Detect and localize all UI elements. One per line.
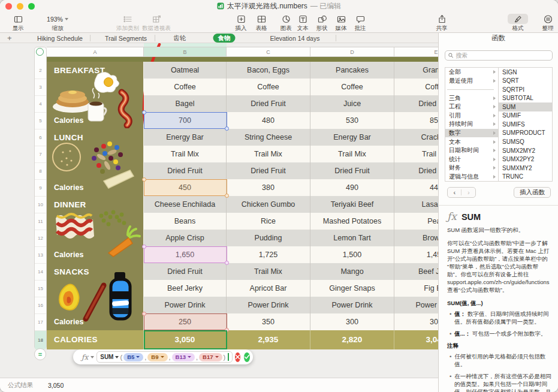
- cell-C13[interactable]: 1,725: [227, 246, 310, 263]
- cell-E13[interactable]: 1,450: [394, 246, 438, 263]
- cell-B7[interactable]: Trail Mix: [144, 146, 227, 162]
- toolbar-sidebar-button[interactable]: 显示: [13, 14, 24, 32]
- toolbar-media-button[interactable]: 媒体: [336, 14, 347, 32]
- cell-D12[interactable]: Lemon Tart: [310, 230, 394, 246]
- cell-C14[interactable]: Trail Mix: [227, 263, 310, 280]
- tab-3[interactable]: 齿轮: [169, 33, 191, 43]
- formula-arg-B13[interactable]: B13: [172, 353, 195, 361]
- row-number-17[interactable]: 17: [35, 314, 46, 331]
- toolbar-comment-button[interactable]: 批注: [355, 14, 366, 32]
- table-select-handle[interactable]: [36, 48, 44, 56]
- category-item[interactable]: 工程: [445, 102, 498, 111]
- cell-C8[interactable]: Dried Fruit: [227, 162, 310, 179]
- selection-handle[interactable]: [225, 126, 229, 131]
- cell-D2[interactable]: Pancakes: [310, 62, 394, 79]
- cell-E8[interactable]: Dried Fruit: [394, 162, 438, 179]
- cell-E16[interactable]: Power Drink: [394, 297, 438, 313]
- cell-E6[interactable]: Crackers: [394, 129, 438, 146]
- category-item[interactable]: 逻辑与信息: [445, 172, 498, 181]
- function-item-SUMIFS[interactable]: SUMIFS: [499, 120, 552, 129]
- selection-handle[interactable]: [225, 194, 229, 198]
- cell-D3[interactable]: Coffee: [310, 79, 394, 95]
- cell-C16[interactable]: Power Drink: [227, 297, 310, 313]
- selection-B13[interactable]: [144, 246, 227, 263]
- cell-E18[interactable]: 3,040: [394, 330, 438, 349]
- tab-2[interactable]: Trail Segments: [100, 33, 152, 43]
- row-number-9[interactable]: 9: [35, 180, 46, 197]
- cell-D11[interactable]: Mashed Potatoes: [310, 213, 394, 230]
- cell-E2[interactable]: Granola: [394, 62, 438, 79]
- toolbar-pivot-table-button[interactable]: 数据透视表: [142, 14, 171, 32]
- cell-C3[interactable]: Coffee: [227, 79, 310, 95]
- row-number-10[interactable]: 10: [35, 197, 46, 213]
- cell-D16[interactable]: Power Drink: [310, 297, 394, 313]
- toolbar-organize-button[interactable]: 整理: [542, 14, 554, 32]
- arg-dropdown-icon[interactable]: [161, 356, 164, 358]
- cell-E11[interactable]: Peas: [394, 213, 438, 230]
- cell-B14[interactable]: Dried Fruit: [144, 263, 227, 280]
- selection-handle[interactable]: [142, 177, 146, 182]
- function-dropdown-icon[interactable]: [115, 356, 119, 358]
- cell-C4[interactable]: Dried Fruit: [227, 95, 310, 112]
- cell-D13[interactable]: 1,500: [310, 246, 394, 263]
- cell-E14[interactable]: Beef Jerky: [394, 263, 438, 280]
- cell-C12[interactable]: Pudding: [227, 230, 310, 246]
- cell-D9[interactable]: 490: [310, 179, 394, 196]
- row-number-18[interactable]: 18: [35, 331, 46, 350]
- selection-handle[interactable]: [225, 261, 229, 265]
- selection-B18[interactable]: [144, 330, 227, 349]
- row-number-11[interactable]: 11: [35, 213, 46, 230]
- category-item[interactable]: 数字: [445, 129, 498, 138]
- toolbar-share-button[interactable]: 共享: [436, 14, 448, 32]
- row-number-5[interactable]: 5: [35, 113, 46, 129]
- function-item-SUBTOTAL[interactable]: SUBTOTAL: [499, 94, 552, 103]
- category-item[interactable]: 日期和时间: [445, 146, 498, 155]
- total-row-label-cell[interactable]: CALORIES: [47, 330, 144, 349]
- forward-button[interactable]: ›: [467, 189, 470, 196]
- cell-E7[interactable]: Trail Mix: [394, 146, 438, 162]
- cell-E5[interactable]: 850: [394, 112, 438, 129]
- column-header-C[interactable]: C: [227, 47, 310, 57]
- arg-dropdown-icon[interactable]: [215, 356, 219, 358]
- cell-C6[interactable]: String Cheese: [227, 129, 310, 146]
- cell-D6[interactable]: Energy Bar: [310, 129, 394, 146]
- toolbar-add-category-button[interactable]: 添加类别: [116, 14, 139, 32]
- arg-dropdown-icon[interactable]: [188, 356, 191, 358]
- cell-D14[interactable]: Mango: [310, 263, 394, 280]
- cell-D8[interactable]: Dried Fruit: [310, 162, 394, 179]
- equals-badge[interactable]: =: [34, 348, 46, 360]
- column-header-B[interactable]: B: [144, 47, 227, 57]
- selection-B5[interactable]: [144, 112, 227, 129]
- function-item-SUMX2PY2[interactable]: SUMX2PY2: [499, 155, 552, 164]
- cell-B12[interactable]: Apple Crisp: [144, 230, 227, 246]
- cell-D15[interactable]: Ginger Snaps: [310, 280, 394, 297]
- formula-arg-B9[interactable]: B9: [147, 353, 167, 361]
- cell-E4[interactable]: Dried Fruit: [394, 95, 438, 112]
- function-item-SQRT[interactable]: SQRT: [499, 77, 552, 86]
- toolbar-text-button[interactable]: 文本: [297, 14, 309, 32]
- cell-D17[interactable]: 300: [310, 313, 394, 330]
- cell-C18[interactable]: 2,935: [227, 330, 310, 349]
- row-number-4[interactable]: 4: [35, 96, 46, 113]
- row-number-7[interactable]: 7: [35, 146, 46, 163]
- category-item[interactable]: 全部: [445, 68, 498, 77]
- function-item-SUMIF[interactable]: SUMIF: [499, 111, 552, 120]
- cell-D18[interactable]: 2,820: [310, 330, 394, 349]
- toolbar-table-button[interactable]: 表格: [256, 14, 267, 32]
- tab-5[interactable]: Elevation 14 days: [266, 33, 325, 43]
- formula-field[interactable]: SUM ( B5,B9,B13,B17 ): [96, 351, 232, 363]
- function-item-SIGN[interactable]: SIGN: [499, 68, 552, 77]
- cell-C7[interactable]: Trail Mix: [227, 146, 310, 162]
- cell-C10[interactable]: Chicken Gumbo: [227, 196, 310, 213]
- toolbar-insert-button[interactable]: 插入: [236, 14, 247, 32]
- column-header-E[interactable]: E: [394, 47, 438, 57]
- formula-arg-B17[interactable]: B17: [199, 353, 222, 361]
- search-input[interactable]: [456, 52, 549, 59]
- arg-dropdown-icon[interactable]: [136, 356, 140, 358]
- cell-C17[interactable]: 350: [227, 313, 310, 330]
- function-item-SUMXMY2[interactable]: SUMXMY2: [499, 164, 552, 173]
- cell-B6[interactable]: Energy Bar: [144, 129, 227, 146]
- row-number-6[interactable]: 6: [35, 129, 46, 146]
- function-item-SQRTPI[interactable]: SQRTPI: [499, 85, 552, 94]
- tab-1[interactable]: Hiking Schedule: [32, 33, 88, 43]
